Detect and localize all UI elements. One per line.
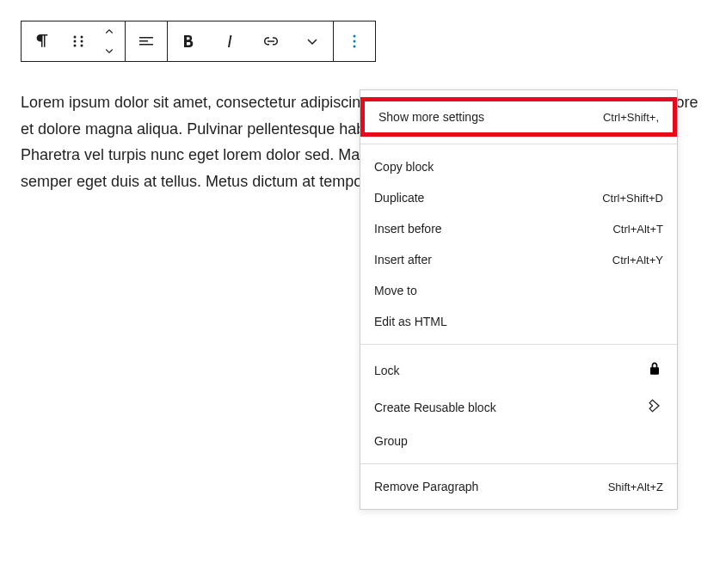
menu-item-move-to[interactable]: Move to xyxy=(360,275,677,306)
chevron-up-icon xyxy=(102,24,117,40)
menu-shortcut: Ctrl+Shift+D xyxy=(602,192,663,205)
bold-button[interactable] xyxy=(168,21,209,61)
menu-label: Move to xyxy=(374,284,663,297)
more-options-button[interactable] xyxy=(334,21,375,61)
paragraph-icon xyxy=(32,31,52,52)
menu-item-copy-block[interactable]: Copy block xyxy=(360,151,677,182)
svg-point-7 xyxy=(354,40,356,43)
menu-item-remove-paragraph[interactable]: Remove Paragraph Shift+Alt+Z xyxy=(360,471,677,502)
chevron-down-icon xyxy=(102,43,117,58)
svg-point-8 xyxy=(354,46,356,48)
menu-item-create-reusable-block[interactable]: Create Reusable block xyxy=(360,389,677,426)
menu-label: Duplicate xyxy=(374,191,602,205)
block-options-menu: Show more settings Ctrl+Shift+, Copy blo… xyxy=(360,89,678,510)
menu-label: Group xyxy=(374,434,663,448)
link-button[interactable] xyxy=(250,21,292,61)
move-controls xyxy=(94,21,125,61)
menu-item-lock[interactable]: Lock xyxy=(360,352,677,389)
menu-label: Lock xyxy=(374,364,639,377)
bold-icon xyxy=(178,31,199,52)
chevron-down-icon xyxy=(302,31,323,52)
menu-label: Insert after xyxy=(374,253,612,266)
link-icon xyxy=(261,31,281,52)
block-toolbar xyxy=(21,21,376,62)
diamond-icon xyxy=(646,397,663,417)
paragraph-button[interactable] xyxy=(22,21,63,61)
menu-shortcut: Ctrl+Shift+, xyxy=(603,111,659,124)
menu-label: Edit as HTML xyxy=(374,315,663,328)
italic-button[interactable] xyxy=(209,21,250,61)
menu-item-group[interactable]: Group xyxy=(360,426,677,456)
align-left-icon xyxy=(136,31,157,52)
svg-point-2 xyxy=(74,45,77,47)
menu-item-duplicate[interactable]: Duplicate Ctrl+Shift+D xyxy=(360,182,677,213)
more-format-button[interactable] xyxy=(292,21,333,61)
move-up-button[interactable] xyxy=(94,22,125,41)
menu-label: Create Reusable block xyxy=(374,401,639,414)
more-vertical-icon xyxy=(344,31,365,52)
toolbar-group-format xyxy=(168,21,334,61)
menu-label: Insert before xyxy=(374,222,612,236)
toolbar-group-align xyxy=(126,21,168,61)
menu-item-insert-after[interactable]: Insert after Ctrl+Alt+Y xyxy=(360,244,677,275)
menu-section-3: Lock Create Reusable block Group xyxy=(360,345,677,464)
svg-point-6 xyxy=(354,35,356,38)
svg-point-4 xyxy=(81,40,83,43)
svg-point-3 xyxy=(81,36,83,39)
italic-icon xyxy=(219,31,240,52)
drag-handle-button[interactable] xyxy=(63,21,94,61)
toolbar-group-more xyxy=(334,21,375,61)
menu-shortcut: Shift+Alt+Z xyxy=(608,481,663,493)
menu-shortcut: Ctrl+Alt+Y xyxy=(612,254,663,266)
menu-section-2: Copy block Duplicate Ctrl+Shift+D Insert… xyxy=(360,144,677,345)
menu-shortcut: Ctrl+Alt+T xyxy=(612,223,663,236)
drag-icon xyxy=(68,31,89,52)
menu-label: Copy block xyxy=(374,160,663,174)
move-down-button[interactable] xyxy=(94,41,125,60)
svg-point-1 xyxy=(74,40,77,43)
menu-item-show-more-settings[interactable]: Show more settings Ctrl+Shift+, xyxy=(360,97,677,137)
align-button[interactable] xyxy=(126,21,167,61)
menu-label: Remove Paragraph xyxy=(374,480,608,493)
menu-label: Show more settings xyxy=(378,110,603,124)
menu-item-insert-before[interactable]: Insert before Ctrl+Alt+T xyxy=(360,213,677,244)
menu-item-edit-as-html[interactable]: Edit as HTML xyxy=(360,306,677,337)
svg-point-5 xyxy=(81,45,83,47)
menu-section-1: Show more settings Ctrl+Shift+, xyxy=(360,90,677,144)
toolbar-group-block xyxy=(22,21,126,61)
menu-section-4: Remove Paragraph Shift+Alt+Z xyxy=(360,464,677,509)
svg-point-0 xyxy=(74,36,77,39)
lock-icon xyxy=(646,360,663,380)
